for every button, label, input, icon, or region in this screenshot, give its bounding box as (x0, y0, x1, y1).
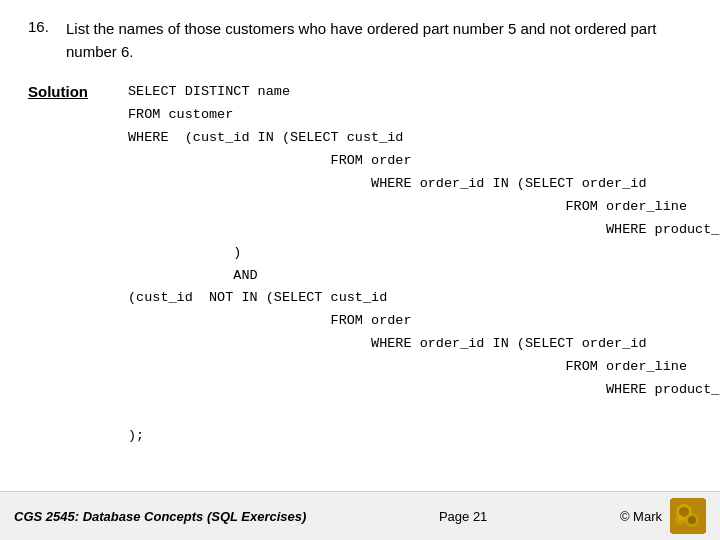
footer-logo (670, 498, 706, 534)
main-content: 16. List the names of those customers wh… (0, 0, 720, 458)
solution-label: Solution (28, 81, 118, 100)
footer-course-title: CGS 2545: Database Concepts (SQL Exercis… (14, 509, 306, 524)
question-text: List the names of those customers who ha… (66, 18, 692, 63)
footer-copyright: © Mark (620, 509, 662, 524)
sql-code-block: SELECT DISTINCT name FROM customer WHERE… (128, 81, 720, 448)
svg-point-5 (675, 515, 685, 525)
footer-page-number: Page 21 (439, 509, 487, 524)
svg-point-4 (688, 516, 696, 524)
footer: CGS 2545: Database Concepts (SQL Exercis… (0, 491, 720, 540)
footer-right: © Mark (620, 498, 706, 534)
solution-section: Solution SELECT DISTINCT name FROM custo… (28, 81, 692, 448)
question-number: 16. (28, 18, 58, 35)
question-header: 16. List the names of those customers wh… (28, 18, 692, 63)
